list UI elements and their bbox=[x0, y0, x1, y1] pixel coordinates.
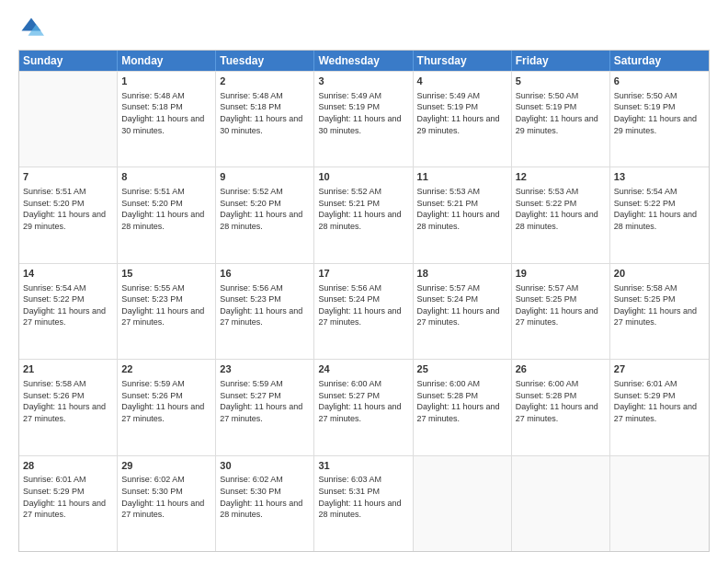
cell-info: Sunrise: 5:59 AMSunset: 5:27 PMDaylight:… bbox=[220, 378, 310, 424]
logo bbox=[18, 15, 48, 40]
day-number: 21 bbox=[23, 362, 113, 376]
day-number: 29 bbox=[121, 459, 211, 473]
calendar-cell-day-25: 25Sunrise: 6:00 AMSunset: 5:28 PMDayligh… bbox=[414, 360, 512, 454]
page: SundayMondayTuesdayWednesdayThursdayFrid… bbox=[0, 0, 728, 563]
calendar-cell-day-17: 17Sunrise: 5:56 AMSunset: 5:24 PMDayligh… bbox=[314, 264, 413, 359]
cell-info: Sunrise: 5:59 AMSunset: 5:26 PMDaylight:… bbox=[121, 378, 211, 424]
calendar-cell-day-18: 18Sunrise: 5:57 AMSunset: 5:24 PMDayligh… bbox=[414, 264, 512, 359]
cell-info: Sunrise: 5:49 AMSunset: 5:19 PMDaylight:… bbox=[318, 90, 408, 136]
cell-info: Sunrise: 5:52 AMSunset: 5:20 PMDaylight:… bbox=[220, 186, 310, 232]
calendar-week-3: 14Sunrise: 5:54 AMSunset: 5:22 PMDayligh… bbox=[19, 263, 709, 359]
calendar-cell-empty bbox=[19, 72, 118, 167]
cell-info: Sunrise: 5:58 AMSunset: 5:26 PMDaylight:… bbox=[23, 378, 113, 424]
day-number: 15 bbox=[121, 267, 211, 281]
calendar-cell-day-20: 20Sunrise: 5:58 AMSunset: 5:25 PMDayligh… bbox=[610, 264, 709, 359]
day-number: 25 bbox=[417, 362, 507, 376]
calendar-cell-day-28: 28Sunrise: 6:01 AMSunset: 5:29 PMDayligh… bbox=[19, 456, 118, 551]
cell-info: Sunrise: 6:01 AMSunset: 5:29 PMDaylight:… bbox=[614, 378, 705, 424]
day-number: 26 bbox=[516, 362, 606, 376]
cell-info: Sunrise: 6:00 AMSunset: 5:27 PMDaylight:… bbox=[318, 378, 408, 424]
cell-info: Sunrise: 5:48 AMSunset: 5:18 PMDaylight:… bbox=[220, 90, 310, 136]
cell-info: Sunrise: 6:00 AMSunset: 5:28 PMDaylight:… bbox=[417, 378, 507, 424]
cell-info: Sunrise: 5:49 AMSunset: 5:19 PMDaylight:… bbox=[417, 90, 507, 136]
cell-info: Sunrise: 5:50 AMSunset: 5:19 PMDaylight:… bbox=[614, 90, 705, 136]
calendar-cell-day-6: 6Sunrise: 5:50 AMSunset: 5:19 PMDaylight… bbox=[610, 72, 709, 167]
day-number: 17 bbox=[318, 267, 408, 281]
day-number: 10 bbox=[318, 170, 408, 184]
calendar-cell-day-1: 1Sunrise: 5:48 AMSunset: 5:18 PMDaylight… bbox=[118, 72, 216, 167]
calendar-header-saturday: Saturday bbox=[610, 51, 709, 71]
day-number: 16 bbox=[220, 267, 310, 281]
calendar-week-2: 7Sunrise: 5:51 AMSunset: 5:20 PMDaylight… bbox=[19, 167, 709, 262]
calendar-cell-day-7: 7Sunrise: 5:51 AMSunset: 5:20 PMDaylight… bbox=[19, 167, 118, 262]
calendar-week-1: 1Sunrise: 5:48 AMSunset: 5:18 PMDaylight… bbox=[19, 71, 709, 167]
cell-info: Sunrise: 5:57 AMSunset: 5:25 PMDaylight:… bbox=[516, 282, 606, 328]
day-number: 4 bbox=[417, 75, 507, 88]
calendar-cell-day-31: 31Sunrise: 6:03 AMSunset: 5:31 PMDayligh… bbox=[314, 456, 413, 551]
calendar-week-4: 21Sunrise: 5:58 AMSunset: 5:26 PMDayligh… bbox=[19, 359, 709, 454]
calendar-cell-day-2: 2Sunrise: 5:48 AMSunset: 5:18 PMDaylight… bbox=[216, 72, 314, 167]
day-number: 13 bbox=[614, 170, 705, 184]
day-number: 18 bbox=[417, 267, 507, 281]
cell-info: Sunrise: 5:54 AMSunset: 5:22 PMDaylight:… bbox=[23, 282, 113, 328]
day-number: 19 bbox=[516, 267, 606, 281]
calendar-body: 1Sunrise: 5:48 AMSunset: 5:18 PMDaylight… bbox=[19, 71, 709, 551]
cell-info: Sunrise: 5:53 AMSunset: 5:22 PMDaylight:… bbox=[516, 186, 606, 232]
calendar-cell-empty bbox=[610, 456, 709, 551]
calendar-header-tuesday: Tuesday bbox=[216, 51, 314, 71]
calendar-cell-day-21: 21Sunrise: 5:58 AMSunset: 5:26 PMDayligh… bbox=[19, 360, 118, 454]
calendar-cell-day-29: 29Sunrise: 6:02 AMSunset: 5:30 PMDayligh… bbox=[118, 456, 216, 551]
calendar-cell-day-13: 13Sunrise: 5:54 AMSunset: 5:22 PMDayligh… bbox=[610, 167, 709, 262]
day-number: 24 bbox=[318, 362, 408, 376]
day-number: 1 bbox=[121, 75, 211, 88]
day-number: 20 bbox=[614, 267, 705, 281]
day-number: 8 bbox=[121, 170, 211, 184]
cell-info: Sunrise: 5:52 AMSunset: 5:21 PMDaylight:… bbox=[318, 186, 408, 232]
calendar-cell-day-15: 15Sunrise: 5:55 AMSunset: 5:23 PMDayligh… bbox=[118, 264, 216, 359]
calendar-cell-empty bbox=[512, 456, 610, 551]
calendar-cell-day-24: 24Sunrise: 6:00 AMSunset: 5:27 PMDayligh… bbox=[314, 360, 413, 454]
cell-info: Sunrise: 5:55 AMSunset: 5:23 PMDaylight:… bbox=[121, 282, 211, 328]
cell-info: Sunrise: 5:48 AMSunset: 5:18 PMDaylight:… bbox=[121, 90, 211, 136]
cell-info: Sunrise: 5:50 AMSunset: 5:19 PMDaylight:… bbox=[516, 90, 606, 136]
calendar-header-friday: Friday bbox=[512, 51, 610, 71]
day-number: 14 bbox=[23, 267, 113, 281]
calendar: SundayMondayTuesdayWednesdayThursdayFrid… bbox=[18, 50, 710, 552]
day-number: 5 bbox=[516, 75, 606, 88]
logo-icon bbox=[18, 15, 44, 40]
day-number: 7 bbox=[23, 170, 113, 184]
calendar-cell-day-5: 5Sunrise: 5:50 AMSunset: 5:19 PMDaylight… bbox=[512, 72, 610, 167]
calendar-cell-empty bbox=[414, 456, 512, 551]
calendar-cell-day-12: 12Sunrise: 5:53 AMSunset: 5:22 PMDayligh… bbox=[512, 167, 610, 262]
cell-info: Sunrise: 6:01 AMSunset: 5:29 PMDaylight:… bbox=[23, 474, 113, 520]
cell-info: Sunrise: 5:57 AMSunset: 5:24 PMDaylight:… bbox=[417, 282, 507, 328]
calendar-cell-day-10: 10Sunrise: 5:52 AMSunset: 5:21 PMDayligh… bbox=[314, 167, 413, 262]
calendar-cell-day-22: 22Sunrise: 5:59 AMSunset: 5:26 PMDayligh… bbox=[118, 360, 216, 454]
calendar-header: SundayMondayTuesdayWednesdayThursdayFrid… bbox=[19, 51, 709, 71]
calendar-cell-day-14: 14Sunrise: 5:54 AMSunset: 5:22 PMDayligh… bbox=[19, 264, 118, 359]
cell-info: Sunrise: 5:58 AMSunset: 5:25 PMDaylight:… bbox=[614, 282, 705, 328]
cell-info: Sunrise: 5:51 AMSunset: 5:20 PMDaylight:… bbox=[23, 186, 113, 232]
calendar-cell-day-26: 26Sunrise: 6:00 AMSunset: 5:28 PMDayligh… bbox=[512, 360, 610, 454]
day-number: 11 bbox=[417, 170, 507, 184]
calendar-cell-day-16: 16Sunrise: 5:56 AMSunset: 5:23 PMDayligh… bbox=[216, 264, 314, 359]
cell-info: Sunrise: 5:53 AMSunset: 5:21 PMDaylight:… bbox=[417, 186, 507, 232]
day-number: 9 bbox=[220, 170, 310, 184]
cell-info: Sunrise: 5:56 AMSunset: 5:23 PMDaylight:… bbox=[220, 282, 310, 328]
calendar-header-sunday: Sunday bbox=[19, 51, 118, 71]
calendar-cell-day-8: 8Sunrise: 5:51 AMSunset: 5:20 PMDaylight… bbox=[118, 167, 216, 262]
calendar-header-monday: Monday bbox=[118, 51, 216, 71]
calendar-cell-day-9: 9Sunrise: 5:52 AMSunset: 5:20 PMDaylight… bbox=[216, 167, 314, 262]
calendar-cell-day-30: 30Sunrise: 6:02 AMSunset: 5:30 PMDayligh… bbox=[216, 456, 314, 551]
day-number: 28 bbox=[23, 459, 113, 473]
cell-info: Sunrise: 6:03 AMSunset: 5:31 PMDaylight:… bbox=[318, 474, 408, 520]
calendar-header-thursday: Thursday bbox=[414, 51, 512, 71]
day-number: 30 bbox=[220, 459, 310, 473]
day-number: 6 bbox=[614, 75, 705, 88]
cell-info: Sunrise: 6:00 AMSunset: 5:28 PMDaylight:… bbox=[516, 378, 606, 424]
cell-info: Sunrise: 6:02 AMSunset: 5:30 PMDaylight:… bbox=[121, 474, 211, 520]
calendar-cell-day-19: 19Sunrise: 5:57 AMSunset: 5:25 PMDayligh… bbox=[512, 264, 610, 359]
day-number: 3 bbox=[318, 75, 408, 88]
calendar-cell-day-4: 4Sunrise: 5:49 AMSunset: 5:19 PMDaylight… bbox=[414, 72, 512, 167]
day-number: 12 bbox=[516, 170, 606, 184]
